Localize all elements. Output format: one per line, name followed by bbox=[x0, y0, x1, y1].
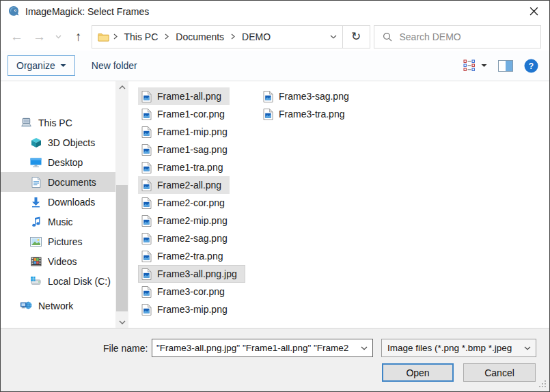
file-item[interactable]: Frame2-all.png bbox=[138, 176, 230, 194]
breadcrumb-item[interactable]: DEMO bbox=[239, 31, 273, 42]
file-item[interactable]: Frame1-mip.png bbox=[138, 123, 236, 141]
sidebar-item-pictures[interactable]: Pictures bbox=[1, 232, 115, 251]
desktop-icon bbox=[30, 156, 42, 168]
sidebar-item-downloads[interactable]: Downloads bbox=[1, 192, 115, 212]
file-name: Frame2-tra.png bbox=[157, 251, 223, 262]
views-icon[interactable] bbox=[463, 59, 487, 72]
close-button[interactable] bbox=[518, 1, 549, 22]
sidebar-item-music[interactable]: Music bbox=[1, 212, 115, 232]
folder-icon bbox=[98, 32, 109, 42]
file-name: Frame1-sag.png bbox=[157, 144, 228, 155]
new-folder-button[interactable]: New folder bbox=[92, 60, 137, 71]
file-item[interactable]: Frame3-tra.png bbox=[260, 105, 353, 123]
breadcrumb-chevron-icon[interactable] bbox=[109, 33, 122, 40]
address-dropdown-chevron-icon[interactable] bbox=[326, 35, 337, 39]
sidebar-item-label: Videos bbox=[48, 256, 77, 267]
sidebar-item-documents[interactable]: Documents bbox=[1, 172, 115, 192]
organize-button[interactable]: Organize bbox=[8, 55, 75, 76]
file-name-input[interactable] bbox=[152, 343, 356, 353]
sidebar-item-network[interactable]: Network bbox=[1, 296, 115, 316]
sidebar-item-local-disk-c[interactable]: Local Disk (C:) bbox=[1, 271, 115, 291]
image-file-icon bbox=[141, 126, 152, 138]
sidebar-item-label: Documents bbox=[48, 177, 96, 188]
chevron-down-icon bbox=[481, 64, 487, 68]
file-item[interactable]: Frame1-sag.png bbox=[138, 141, 236, 158]
sidebar-item-3d-objects[interactable]: 3D Objects bbox=[1, 132, 115, 152]
scroll-up-icon[interactable] bbox=[115, 81, 128, 93]
svg-text:?: ? bbox=[529, 61, 534, 71]
up-icon[interactable]: ↑ bbox=[75, 30, 82, 43]
file-type-dropdown[interactable]: Image files (*.png *.bmp *.jpeg bbox=[381, 339, 536, 357]
file-item[interactable]: Frame1-tra.png bbox=[138, 158, 231, 176]
recent-locations-chevron-icon[interactable] bbox=[55, 35, 61, 39]
search-box bbox=[374, 25, 541, 48]
image-file-icon bbox=[141, 91, 152, 102]
breadcrumb-item[interactable]: This PC bbox=[122, 31, 161, 42]
file-item[interactable]: Frame2-sag.png bbox=[138, 229, 236, 247]
file-name: Frame3-tra.png bbox=[279, 109, 344, 120]
file-list: Frame1-all.pngFrame1-cor.pngFrame1-mip.p… bbox=[128, 81, 549, 328]
sidebar-scrollbar[interactable] bbox=[115, 81, 128, 328]
file-name: Frame2-sag.png bbox=[157, 233, 228, 244]
breadcrumb-item[interactable]: Documents bbox=[173, 31, 227, 42]
file-list-column-1: Frame1-all.pngFrame1-cor.pngFrame1-mip.p… bbox=[138, 87, 245, 318]
file-name: Frame1-mip.png bbox=[157, 126, 228, 137]
search-input[interactable] bbox=[400, 31, 509, 42]
sidebar-item-videos[interactable]: Videos bbox=[1, 251, 115, 271]
network-icon bbox=[20, 300, 32, 311]
file-item[interactable]: Frame2-tra.png bbox=[138, 247, 231, 265]
file-item[interactable]: Frame1-all.png bbox=[138, 87, 230, 105]
resize-grip[interactable] bbox=[539, 378, 547, 391]
this-pc-icon bbox=[20, 117, 32, 128]
3d-objects-icon bbox=[30, 137, 42, 148]
forward-icon[interactable]: → bbox=[33, 30, 46, 43]
help-icon[interactable]: ? bbox=[524, 59, 538, 73]
organize-label: Organize bbox=[16, 60, 55, 71]
dialog-main-area: This PC3D ObjectsDesktopDocumentsDownloa… bbox=[1, 81, 549, 328]
file-name: Frame2-mip.png bbox=[157, 215, 228, 226]
back-icon[interactable]: ← bbox=[10, 30, 23, 43]
search-icon bbox=[383, 32, 392, 42]
file-name: Frame2-cor.png bbox=[157, 197, 225, 208]
file-name: Frame3-mip.png bbox=[157, 304, 228, 315]
file-name: Frame3-cor.png bbox=[157, 286, 225, 297]
chevron-down-icon[interactable] bbox=[356, 346, 372, 350]
local-disk-icon bbox=[30, 275, 42, 287]
file-name: Frame1-cor.png bbox=[157, 109, 225, 120]
file-item[interactable]: Frame3-cor.png bbox=[138, 283, 233, 300]
title-bar: ImageMagick: Select Frames bbox=[1, 1, 549, 23]
sidebar-item-this-pc[interactable]: This PC bbox=[1, 113, 115, 132]
sidebar-item-label: Music bbox=[48, 216, 73, 227]
file-name: Frame3-all.png.jpg bbox=[157, 268, 237, 279]
file-name-label: File name: bbox=[103, 343, 148, 354]
sidebar-item-label: This PC bbox=[38, 117, 72, 128]
sidebar-item-desktop[interactable]: Desktop bbox=[1, 152, 115, 172]
address-bar[interactable]: This PCDocumentsDEMO bbox=[92, 25, 343, 48]
open-button[interactable]: Open bbox=[382, 363, 454, 382]
image-file-icon bbox=[263, 91, 274, 102]
file-item[interactable]: Frame2-cor.png bbox=[138, 194, 233, 212]
file-name-combobox bbox=[152, 339, 373, 357]
scroll-down-icon[interactable] bbox=[115, 316, 128, 328]
image-file-icon bbox=[141, 304, 152, 316]
breadcrumb-chevron-icon[interactable] bbox=[161, 33, 173, 40]
toolbar-right-group: ? bbox=[463, 59, 538, 73]
file-item[interactable]: Frame1-cor.png bbox=[138, 105, 233, 123]
image-file-icon bbox=[141, 268, 152, 280]
scrollbar-thumb[interactable] bbox=[116, 185, 128, 311]
breadcrumb-chevron-icon[interactable] bbox=[227, 33, 239, 40]
file-item[interactable]: Frame3-sag.png bbox=[260, 87, 357, 105]
refresh-icon[interactable]: ↻ bbox=[343, 25, 370, 48]
file-item[interactable]: Frame2-mip.png bbox=[138, 212, 236, 229]
cancel-button[interactable]: Cancel bbox=[463, 363, 536, 382]
preview-pane-icon[interactable] bbox=[498, 60, 513, 72]
sidebar-item-label: Pictures bbox=[48, 236, 83, 247]
sidebar-item-label: Network bbox=[38, 300, 73, 311]
file-item[interactable]: Frame3-all.png.jpg bbox=[138, 265, 245, 283]
command-toolbar: Organize New folder bbox=[1, 51, 549, 81]
image-file-icon bbox=[141, 180, 152, 191]
file-item[interactable]: Frame3-mip.png bbox=[138, 300, 236, 318]
music-icon bbox=[30, 216, 42, 227]
file-name: Frame1-tra.png bbox=[157, 162, 223, 173]
videos-icon bbox=[30, 255, 42, 267]
